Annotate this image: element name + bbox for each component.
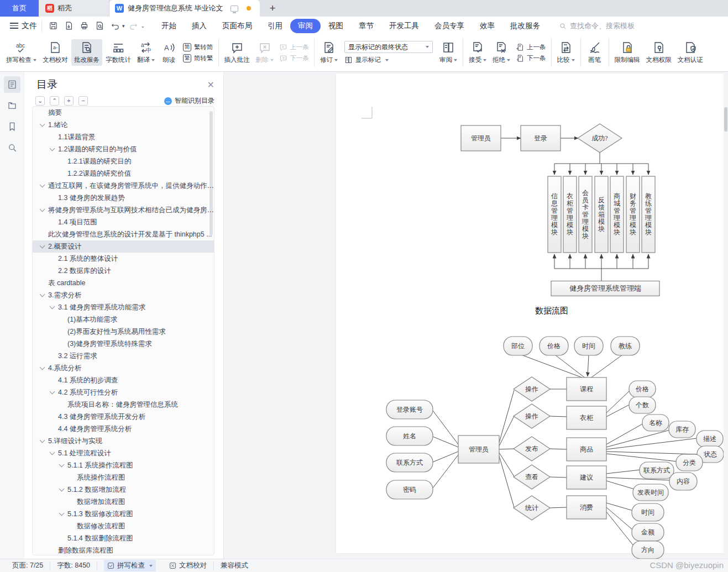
- redo-button[interactable]: [127, 19, 140, 33]
- print-preview-button[interactable]: [93, 19, 106, 33]
- remove-level-button[interactable]: −: [78, 96, 88, 106]
- word-count-indicator[interactable]: 字数: 8450: [50, 561, 97, 570]
- toc-item[interactable]: 系统操作流程图: [33, 471, 214, 484]
- screen-share-icon[interactable]: [231, 6, 238, 12]
- menu-item[interactable]: 审阅: [290, 19, 321, 33]
- ink-brush-button[interactable]: 画笔: [584, 39, 606, 66]
- toc-item[interactable]: 4.系统分析: [33, 362, 214, 374]
- toc-item[interactable]: 4.4 健身房管理系统分析: [33, 423, 214, 435]
- doc-permission-button[interactable]: 文档权限: [643, 39, 674, 66]
- menu-item[interactable]: 效率: [472, 19, 502, 33]
- toc-item[interactable]: 5.1.3 数据修改流程图: [33, 508, 214, 520]
- chevron-down-icon[interactable]: [59, 486, 65, 492]
- toolbar-more-caret[interactable]: ⌄: [141, 23, 145, 29]
- outline-panel-button[interactable]: [4, 76, 20, 93]
- collapse-all-button[interactable]: ⌃: [50, 96, 59, 106]
- menu-item[interactable]: 插入: [184, 19, 214, 33]
- toc-item[interactable]: 5.详细设计与实现: [33, 435, 214, 447]
- toc-item[interactable]: 4.3 健身房管理系统开发分析: [33, 411, 214, 423]
- toc-item[interactable]: 1.2课题的研究目的与价值: [33, 143, 214, 155]
- export-button[interactable]: [62, 19, 75, 33]
- prev-change-button[interactable]: 上一条: [516, 43, 546, 51]
- toc-item[interactable]: 2.概要设计: [33, 240, 214, 253]
- undo-caret[interactable]: ▾: [122, 23, 125, 29]
- menu-item[interactable]: 开发工具: [381, 19, 427, 33]
- menu-item[interactable]: 批改服务: [502, 19, 548, 33]
- toc-item[interactable]: (2)界面友好性与系统易用性需求: [33, 326, 214, 338]
- close-icon[interactable]: ✕: [207, 80, 214, 90]
- toc-item[interactable]: 1.2.1课题的研究目的: [33, 155, 214, 167]
- menu-item[interactable]: 页面布局: [214, 19, 260, 33]
- show-markup-button[interactable]: 显示标记: [344, 56, 433, 64]
- document-tab[interactable]: W 健身房管理信息系统 毕业论文: [109, 0, 260, 17]
- command-search[interactable]: [559, 22, 653, 30]
- annotations-panel-button[interactable]: [4, 97, 20, 114]
- toc-item[interactable]: 1.2.2课题的研究价值: [33, 167, 214, 180]
- toc-item[interactable]: 4.1 系统的初步调查: [33, 374, 214, 386]
- toc-item[interactable]: (3)健身房管理系统特殊需求: [33, 338, 214, 350]
- toc-item[interactable]: 摘要: [33, 107, 214, 119]
- toc-item[interactable]: 系统项目名称：健身房管理信息系统: [33, 398, 214, 411]
- expand-all-button[interactable]: ⌄: [35, 96, 45, 106]
- add-level-button[interactable]: +: [64, 96, 74, 106]
- chevron-down-icon[interactable]: [40, 182, 45, 188]
- doc-proof-button[interactable]: 文档校对: [40, 39, 71, 66]
- save-button[interactable]: [46, 19, 60, 33]
- doc-proof-toggle[interactable]: 文档校对: [163, 561, 214, 570]
- spell-check-toggle[interactable]: 拼写检查: [97, 561, 163, 570]
- toc-item[interactable]: 2.1 系统的整体设计: [33, 253, 214, 265]
- page-indicator[interactable]: 页面: 7/25: [6, 561, 50, 570]
- menu-item[interactable]: 视图: [321, 19, 351, 33]
- reject-button[interactable]: 拒绝: [490, 39, 513, 66]
- toc-item[interactable]: 2.2 数据库的设计: [33, 265, 214, 277]
- chevron-down-icon[interactable]: [50, 304, 55, 309]
- bookmarks-panel-button[interactable]: [4, 118, 20, 135]
- chevron-down-icon[interactable]: [40, 365, 45, 370]
- next-comment-button[interactable]: 下一条: [279, 54, 310, 62]
- insert-comment-button[interactable]: 插入批注: [222, 39, 253, 66]
- toc-item[interactable]: 1.1课题背景: [33, 131, 214, 143]
- document-scrollbar-thumb[interactable]: [724, 107, 727, 132]
- toc-item[interactable]: 1.3 健身房的发展趋势: [33, 192, 214, 204]
- document-scrollbar[interactable]: [724, 72, 728, 559]
- toc-item[interactable]: 3.需求分析: [33, 289, 214, 301]
- chevron-down-icon[interactable]: [40, 243, 45, 249]
- toc-item[interactable]: 4.2 系统可行性分析: [33, 386, 214, 398]
- compare-button[interactable]: 比较: [554, 39, 578, 66]
- chevron-down-icon[interactable]: [59, 462, 65, 468]
- traditional-to-simplified-button[interactable]: 简 繁转简: [183, 43, 213, 51]
- toc-item[interactable]: 3.1 健身房管理系统功能需求: [33, 301, 214, 313]
- chevron-down-icon[interactable]: [50, 389, 55, 395]
- command-search-input[interactable]: [570, 22, 653, 30]
- chevron-down-icon[interactable]: [59, 511, 65, 516]
- chevron-down-icon[interactable]: [40, 207, 45, 212]
- document-area[interactable]: 管理员登录成功?信息管理模块衣柜管理模块会员卡管理模块反馈箱模块商城管理模块财务…: [224, 72, 728, 559]
- chevron-down-icon[interactable]: [40, 438, 45, 443]
- toc-item[interactable]: 1.4 项目范围: [33, 216, 214, 228]
- toc-item[interactable]: 5.1.2 数据增加流程: [33, 484, 214, 496]
- toc-item[interactable]: 1.绪论: [33, 119, 214, 131]
- translate-button[interactable]: 翻译: [134, 39, 158, 66]
- smart-recognize-button[interactable]: 智能识别目录: [164, 96, 214, 106]
- undo-button[interactable]: [108, 19, 122, 33]
- chevron-down-icon[interactable]: [40, 122, 45, 127]
- menu-item[interactable]: 开始: [154, 19, 184, 33]
- home-tab[interactable]: 首页: [0, 0, 39, 17]
- chevron-down-icon[interactable]: [50, 146, 55, 151]
- find-panel-button[interactable]: [4, 139, 20, 156]
- chevron-down-icon[interactable]: [50, 450, 55, 455]
- delete-comment-button[interactable]: 删除: [253, 39, 276, 66]
- chevron-down-icon[interactable]: [40, 292, 45, 297]
- restrict-editing-button[interactable]: 限制编辑: [612, 39, 643, 66]
- display-for-review-dropdown[interactable]: 显示标记的最终状态: [344, 41, 433, 53]
- accept-button[interactable]: 接受: [466, 39, 489, 66]
- menu-item[interactable]: 引用: [260, 19, 290, 33]
- next-change-button[interactable]: 下一条: [516, 54, 546, 62]
- toc-item[interactable]: 5.1 处理流程设计: [33, 447, 214, 459]
- spell-check-button[interactable]: 拼写检查: [3, 39, 39, 66]
- word-count-button[interactable]: 字数统计: [103, 39, 134, 66]
- docer-tab[interactable]: 稻 稻壳: [39, 0, 109, 17]
- toc-item[interactable]: 此次健身管理信息系统的设计开发是基于 thinkphp5 ...: [33, 228, 214, 240]
- toc-item[interactable]: 将健身房管理系统与互联网技术相结合已成为健身房 ...: [33, 204, 214, 216]
- toc-item[interactable]: 表 cardtable: [33, 277, 214, 289]
